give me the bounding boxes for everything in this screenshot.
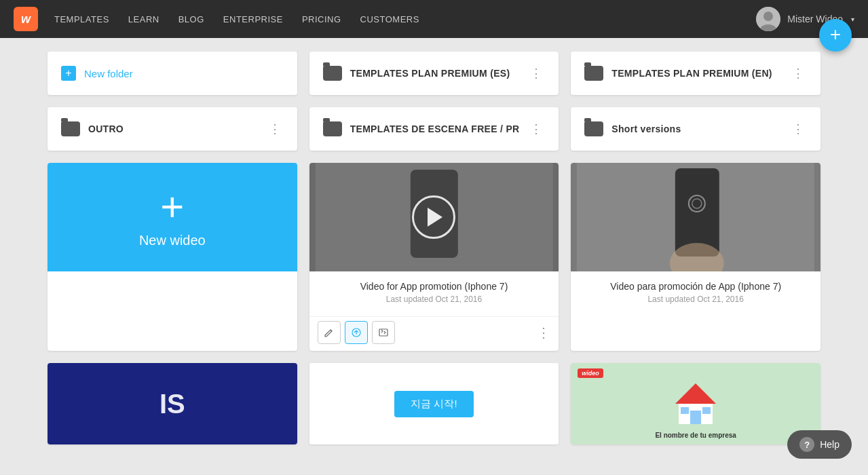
folder-more-menu-icon[interactable]: ⋮: [527, 119, 545, 139]
video-thumbnail[interactable]: [309, 163, 559, 271]
share-button[interactable]: [345, 321, 368, 344]
is-text: IS: [159, 389, 185, 419]
new-wideo-label: New wideo: [139, 233, 206, 248]
bottom-thumb-3[interactable]: wideo El nombre de tu empresa: [571, 363, 820, 444]
new-folder-icon: +: [61, 66, 76, 81]
bottom-card-1: IS: [48, 363, 297, 444]
plus-icon: +: [160, 187, 184, 227]
embed-button[interactable]: [372, 321, 395, 344]
folder-icon: [61, 121, 80, 136]
folder-more-menu-icon[interactable]: ⋮: [789, 63, 807, 83]
svg-rect-18: [702, 407, 711, 414]
navbar: w TEMPLATES LEARN BLOG ENTERPRISE PRICIN…: [0, 0, 868, 38]
folder-name: OUTRO: [88, 124, 266, 134]
video-thumbnail-es[interactable]: [571, 163, 820, 271]
share-icon: [351, 327, 362, 338]
video-info: Video para promoción de App (Iphone 7) L…: [571, 271, 820, 312]
plus-icon: +: [65, 68, 71, 79]
bottom-card-3: wideo El nombre de tu empresa: [571, 363, 820, 444]
bottom-thumb-1[interactable]: IS: [48, 363, 297, 444]
folders-row-2: OUTRO ⋮ TEMPLATES DE ESCENA FREE / PR ⋮ …: [48, 107, 820, 151]
embed-icon: [378, 327, 389, 338]
folders-row-1: + New folder TEMPLATES PLAN PREMIUM (ES)…: [48, 52, 820, 95]
play-icon: [428, 208, 442, 227]
folder-more-menu-icon[interactable]: ⋮: [789, 119, 807, 139]
house-illustration: [668, 380, 723, 428]
folder-card-short-versions[interactable]: Short versions ⋮: [571, 107, 820, 151]
video-title: Video for App promotion (Iphone 7): [320, 281, 548, 292]
nav-blog[interactable]: BLOG: [178, 14, 204, 24]
nav-pricing[interactable]: PRICING: [302, 14, 341, 24]
plus-icon: +: [830, 25, 841, 44]
new-folder-label: New folder: [84, 68, 133, 79]
folder-icon: [323, 121, 342, 136]
new-wideo-tile[interactable]: + New wideo: [48, 163, 297, 271]
video-date: Last updated Oct 21, 2016: [582, 294, 810, 304]
help-icon: ?: [799, 437, 814, 452]
korean-cta-button[interactable]: 지금 시작!: [394, 391, 473, 417]
folder-icon: [323, 66, 342, 81]
bottom-card-2: 지금 시작!: [309, 363, 559, 444]
folder-card-outro[interactable]: OUTRO ⋮: [48, 107, 297, 151]
create-fab-button[interactable]: +: [819, 19, 852, 52]
logo-text: w: [21, 12, 31, 26]
svg-marker-14: [675, 383, 716, 404]
video-card-app-iphone-es: Video para promoción de App (Iphone 7) L…: [571, 163, 820, 351]
svg-rect-7: [379, 329, 388, 336]
folder-name: TEMPLATES PLAN PREMIUM (ES): [350, 68, 528, 79]
svg-rect-17: [681, 407, 689, 414]
folder-card-premium-es[interactable]: TEMPLATES PLAN PREMIUM (ES) ⋮: [309, 52, 559, 95]
folder-name: TEMPLATES PLAN PREMIUM (EN): [611, 68, 789, 79]
folder-card-escena[interactable]: TEMPLATES DE ESCENA FREE / PR ⋮: [309, 107, 559, 151]
question-mark-icon: ?: [804, 440, 810, 450]
video-card-app-iphone: Video for App promotion (Iphone 7) Last …: [309, 163, 559, 351]
folder-icon: [584, 66, 603, 81]
video-actions: ⋮: [309, 316, 559, 351]
nav-customers[interactable]: CUSTOMERS: [360, 14, 419, 24]
nav-templates[interactable]: TEMPLATES: [54, 14, 109, 24]
help-button[interactable]: ? Help: [787, 430, 852, 459]
nav-links: TEMPLATES LEARN BLOG ENTERPRISE PRICING …: [54, 14, 756, 24]
folder-name: TEMPLATES DE ESCENA FREE / PR: [350, 124, 528, 134]
video-info: Video for App promotion (Iphone 7) Last …: [309, 271, 559, 316]
play-button[interactable]: [412, 195, 455, 239]
svg-rect-16: [690, 411, 701, 424]
video-title: Video para promoción de App (Iphone 7): [582, 281, 810, 292]
avatar: [756, 7, 780, 31]
new-wideo-card[interactable]: + New wideo: [48, 163, 297, 351]
folder-more-menu-icon[interactable]: ⋮: [266, 119, 284, 139]
logo[interactable]: w: [14, 7, 38, 31]
edit-button[interactable]: [318, 321, 341, 344]
more-options-icon[interactable]: ⋮: [537, 324, 550, 341]
chevron-down-icon: ▾: [851, 16, 854, 23]
nav-enterprise[interactable]: ENTERPRISE: [223, 14, 283, 24]
new-folder-card[interactable]: + New folder: [48, 52, 297, 95]
nav-learn[interactable]: LEARN: [128, 14, 159, 24]
folder-name: Short versions: [611, 124, 789, 134]
folder-card-premium-en[interactable]: TEMPLATES PLAN PREMIUM (EN) ⋮: [571, 52, 820, 95]
video-date: Last updated Oct 21, 2016: [320, 294, 548, 304]
bottom-thumb-2[interactable]: 지금 시작!: [309, 363, 559, 444]
company-name-text: El nombre de tu empresa: [571, 432, 820, 439]
svg-point-1: [763, 12, 773, 21]
bottom-row: IS 지금 시작! wideo: [48, 363, 820, 444]
videos-row: + New wideo Video for App promotion (Iph: [48, 163, 820, 351]
help-label: Help: [820, 439, 839, 450]
edit-icon: [324, 327, 335, 338]
folder-icon: [584, 121, 603, 136]
folder-more-menu-icon[interactable]: ⋮: [527, 63, 545, 83]
main-content: + New folder TEMPLATES PLAN PREMIUM (ES)…: [0, 38, 868, 458]
